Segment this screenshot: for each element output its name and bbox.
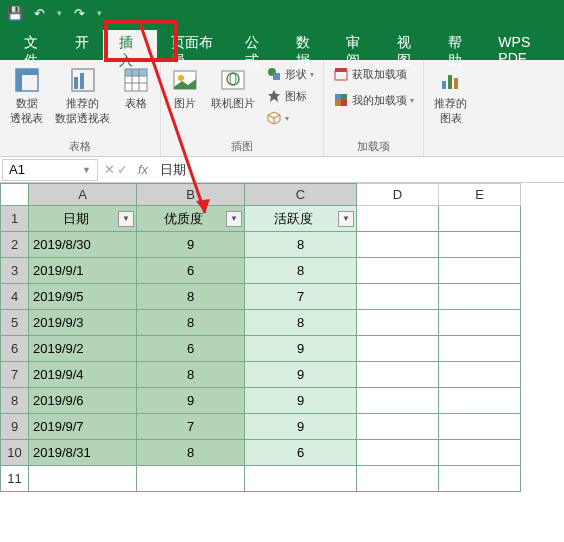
cell[interactable] — [439, 310, 521, 336]
row-header[interactable]: 5 — [1, 310, 29, 336]
cell[interactable] — [439, 284, 521, 310]
header-cell-quality[interactable]: 优质度▼ — [137, 206, 245, 232]
online-picture-button[interactable]: 联机图片 — [207, 64, 259, 113]
cell[interactable] — [439, 466, 521, 492]
row-header[interactable]: 2 — [1, 232, 29, 258]
tab-wps-pdf[interactable]: WPS PDF — [484, 26, 564, 60]
col-header-c[interactable]: C — [245, 184, 357, 206]
cell[interactable] — [357, 284, 439, 310]
filter-dropdown-icon[interactable]: ▼ — [226, 211, 242, 227]
cell[interactable] — [357, 362, 439, 388]
cell[interactable] — [439, 206, 521, 232]
cell[interactable] — [357, 466, 439, 492]
icons-button[interactable]: 图标 — [263, 86, 317, 106]
tab-data[interactable]: 数据 — [282, 26, 333, 60]
cell-quality[interactable]: 9 — [137, 232, 245, 258]
undo-icon[interactable]: ↶ — [30, 4, 48, 22]
cell[interactable] — [439, 232, 521, 258]
cell-quality[interactable]: 8 — [137, 310, 245, 336]
fx-label[interactable]: fx — [132, 162, 154, 177]
cell-quality[interactable]: 8 — [137, 362, 245, 388]
cell-activity[interactable]: 9 — [245, 388, 357, 414]
pivot-table-button[interactable]: 数据 透视表 — [6, 64, 47, 128]
save-icon[interactable]: 💾 — [6, 4, 24, 22]
tab-formula[interactable]: 公式 — [231, 26, 282, 60]
cell[interactable] — [357, 232, 439, 258]
cell[interactable] — [357, 440, 439, 466]
recommended-charts-button[interactable]: 推荐的 图表 — [430, 64, 471, 128]
cell-date[interactable]: 2019/9/6 — [29, 388, 137, 414]
row-header[interactable]: 1 — [1, 206, 29, 232]
tab-home[interactable]: 开 — [61, 26, 103, 60]
tab-file[interactable]: 文件 — [10, 26, 61, 60]
cell-activity[interactable]: 6 — [245, 440, 357, 466]
col-header-e[interactable]: E — [439, 184, 521, 206]
cell-date[interactable]: 2019/8/31 — [29, 440, 137, 466]
row-header[interactable]: 6 — [1, 336, 29, 362]
filter-dropdown-icon[interactable]: ▼ — [118, 211, 134, 227]
cell-activity[interactable]: 7 — [245, 284, 357, 310]
name-box[interactable]: A1 ▼ — [2, 159, 98, 181]
cell[interactable] — [439, 258, 521, 284]
cancel-formula-icon[interactable]: ✕ — [104, 162, 115, 177]
row-header[interactable]: 10 — [1, 440, 29, 466]
picture-button[interactable]: 图片 — [167, 64, 203, 113]
cell-date[interactable]: 2019/9/1 — [29, 258, 137, 284]
select-all-corner[interactable] — [1, 184, 29, 206]
cell[interactable] — [357, 206, 439, 232]
row-header[interactable]: 7 — [1, 362, 29, 388]
cell[interactable] — [439, 440, 521, 466]
col-header-a[interactable]: A — [29, 184, 137, 206]
cell[interactable] — [357, 388, 439, 414]
header-cell-activity[interactable]: 活跃度▼ — [245, 206, 357, 232]
cell-quality[interactable]: 6 — [137, 258, 245, 284]
table-button[interactable]: 表格 — [118, 64, 154, 113]
3d-model-button[interactable]: ▾ — [263, 108, 317, 128]
cell-date[interactable]: 2019/9/4 — [29, 362, 137, 388]
cell[interactable] — [439, 362, 521, 388]
cell-date[interactable]: 2019/9/2 — [29, 336, 137, 362]
tab-layout[interactable]: 页面布局 — [157, 26, 230, 60]
cell[interactable] — [357, 310, 439, 336]
cell[interactable] — [357, 414, 439, 440]
cell-quality[interactable]: 9 — [137, 388, 245, 414]
tab-help[interactable]: 帮助 — [434, 26, 485, 60]
cell[interactable] — [29, 466, 137, 492]
cell-activity[interactable]: 8 — [245, 232, 357, 258]
redo-icon[interactable]: ↷ — [70, 4, 88, 22]
confirm-formula-icon[interactable]: ✓ — [117, 162, 128, 177]
cell[interactable] — [439, 388, 521, 414]
cell-quality[interactable]: 8 — [137, 440, 245, 466]
cell-date[interactable]: 2019/9/3 — [29, 310, 137, 336]
qat-dropdown-icon[interactable]: ▾ — [94, 4, 104, 22]
row-header[interactable]: 3 — [1, 258, 29, 284]
col-header-d[interactable]: D — [357, 184, 439, 206]
cell-activity[interactable]: 9 — [245, 414, 357, 440]
cell-date[interactable]: 2019/9/7 — [29, 414, 137, 440]
cell-activity[interactable]: 9 — [245, 362, 357, 388]
cell[interactable] — [439, 336, 521, 362]
cell[interactable] — [137, 466, 245, 492]
cell-quality[interactable]: 6 — [137, 336, 245, 362]
formula-input[interactable]: 日期 — [154, 161, 564, 179]
recommended-pivot-button[interactable]: 推荐的 数据透视表 — [51, 64, 114, 128]
chevron-down-icon[interactable]: ▼ — [82, 165, 91, 175]
cell[interactable] — [357, 258, 439, 284]
row-header[interactable]: 9 — [1, 414, 29, 440]
cell-quality[interactable]: 8 — [137, 284, 245, 310]
cell-quality[interactable]: 7 — [137, 414, 245, 440]
cell[interactable] — [439, 414, 521, 440]
row-header[interactable]: 8 — [1, 388, 29, 414]
filter-dropdown-icon[interactable]: ▼ — [338, 211, 354, 227]
cell-activity[interactable]: 8 — [245, 310, 357, 336]
cell[interactable] — [357, 336, 439, 362]
worksheet[interactable]: A B C D E 1 日期▼ 优质度▼ 活跃度▼ 2 2019/8/30 9 … — [0, 183, 564, 492]
cell[interactable] — [245, 466, 357, 492]
cell-date[interactable]: 2019/9/5 — [29, 284, 137, 310]
cell-date[interactable]: 2019/8/30 — [29, 232, 137, 258]
tab-review[interactable]: 审阅 — [332, 26, 383, 60]
my-addins-button[interactable]: 我的加载项▾ — [330, 90, 417, 110]
tab-view[interactable]: 视图 — [383, 26, 434, 60]
row-header[interactable]: 4 — [1, 284, 29, 310]
row-header[interactable]: 11 — [1, 466, 29, 492]
